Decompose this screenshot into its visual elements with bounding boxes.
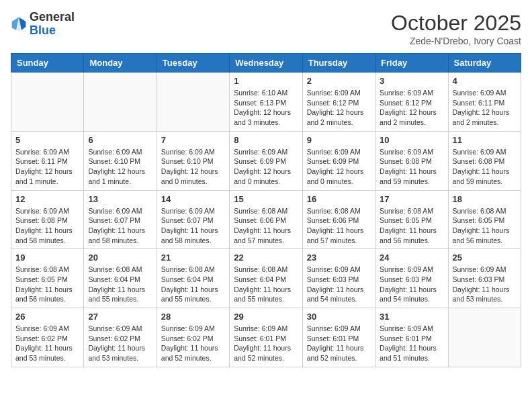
calendar-cell: 7Sunrise: 6:09 AMSunset: 6:10 PMDaylight… [157,131,229,190]
day-number: 24 [380,253,443,263]
day-info: Sunrise: 6:09 AMSunset: 6:12 PMDaylight:… [307,88,371,128]
day-info: Sunrise: 6:09 AMSunset: 6:12 PMDaylight:… [380,88,443,128]
day-number: 12 [15,194,79,204]
day-info: Sunrise: 6:08 AMSunset: 6:05 PMDaylight:… [453,206,517,246]
day-number: 10 [380,135,443,145]
calendar-cell: 3Sunrise: 6:09 AMSunset: 6:12 PMDaylight… [375,73,448,132]
day-info: Sunrise: 6:09 AMSunset: 6:02 PMDaylight:… [161,324,225,363]
day-number: 27 [88,312,152,322]
day-number: 14 [161,194,225,204]
logo-text: General Blue [30,11,75,38]
day-number: 21 [161,253,225,263]
weekday-header: Tuesday [157,54,229,73]
logo-blue: Blue [30,24,56,37]
calendar-cell: 2Sunrise: 6:09 AMSunset: 6:12 PMDaylight… [302,73,375,132]
calendar-cell: 19Sunrise: 6:08 AMSunset: 6:05 PMDayligh… [11,249,84,308]
day-info: Sunrise: 6:09 AMSunset: 6:01 PMDaylight:… [307,324,371,363]
day-number: 1 [234,76,298,86]
calendar-cell: 30Sunrise: 6:09 AMSunset: 6:01 PMDayligh… [302,308,375,367]
calendar-cell [157,73,229,132]
calendar-cell: 18Sunrise: 6:08 AMSunset: 6:05 PMDayligh… [448,190,521,249]
day-number: 23 [307,253,371,263]
calendar-cell: 5Sunrise: 6:09 AMSunset: 6:11 PMDaylight… [11,131,84,190]
calendar-week-row: 26Sunrise: 6:09 AMSunset: 6:02 PMDayligh… [11,308,521,367]
day-number: 28 [161,312,225,322]
day-info: Sunrise: 6:08 AMSunset: 6:04 PMDaylight:… [234,265,298,304]
calendar-cell: 25Sunrise: 6:09 AMSunset: 6:03 PMDayligh… [448,249,521,308]
weekday-header: Thursday [302,54,375,73]
calendar-week-row: 5Sunrise: 6:09 AMSunset: 6:11 PMDaylight… [11,131,521,190]
day-number: 8 [234,135,298,145]
page-header: General Blue October 2025 Zede-N'Drebo, … [11,11,521,46]
title-area: October 2025 Zede-N'Drebo, Ivory Coast [391,11,521,46]
day-number: 5 [15,135,79,145]
calendar-cell: 6Sunrise: 6:09 AMSunset: 6:10 PMDaylight… [84,131,157,190]
day-info: Sunrise: 6:08 AMSunset: 6:04 PMDaylight:… [161,265,225,304]
day-number: 26 [15,312,79,322]
calendar-cell [11,73,84,132]
day-number: 29 [234,312,298,322]
day-number: 17 [380,194,443,204]
day-number: 22 [234,253,298,263]
calendar-cell: 15Sunrise: 6:08 AMSunset: 6:06 PMDayligh… [230,190,302,249]
day-info: Sunrise: 6:09 AMSunset: 6:11 PMDaylight:… [15,147,79,187]
day-info: Sunrise: 6:09 AMSunset: 6:01 PMDaylight:… [380,324,443,363]
calendar-cell: 28Sunrise: 6:09 AMSunset: 6:02 PMDayligh… [157,308,229,367]
day-info: Sunrise: 6:09 AMSunset: 6:03 PMDaylight:… [453,265,517,304]
day-number: 11 [453,135,517,145]
weekday-header: Wednesday [230,54,302,73]
calendar-cell: 16Sunrise: 6:08 AMSunset: 6:06 PMDayligh… [302,190,375,249]
calendar-cell: 23Sunrise: 6:09 AMSunset: 6:03 PMDayligh… [302,249,375,308]
logo: General Blue [11,11,75,38]
calendar-cell: 31Sunrise: 6:09 AMSunset: 6:01 PMDayligh… [375,308,448,367]
day-info: Sunrise: 6:09 AMSunset: 6:02 PMDaylight:… [88,324,152,363]
day-number: 7 [161,135,225,145]
day-info: Sunrise: 6:09 AMSunset: 6:11 PMDaylight:… [453,88,517,128]
logo-general: General [30,10,75,24]
calendar-cell: 20Sunrise: 6:08 AMSunset: 6:04 PMDayligh… [84,249,157,308]
day-info: Sunrise: 6:08 AMSunset: 6:06 PMDaylight:… [234,206,298,246]
day-info: Sunrise: 6:09 AMSunset: 6:09 PMDaylight:… [307,147,371,187]
day-number: 13 [88,194,152,204]
day-info: Sunrise: 6:08 AMSunset: 6:05 PMDaylight:… [380,206,443,246]
day-info: Sunrise: 6:08 AMSunset: 6:05 PMDaylight:… [15,265,79,304]
day-info: Sunrise: 6:09 AMSunset: 6:08 PMDaylight:… [453,147,517,187]
weekday-header: Friday [375,54,448,73]
day-number: 18 [453,194,517,204]
day-number: 9 [307,135,371,145]
day-number: 25 [453,253,517,263]
calendar-cell: 27Sunrise: 6:09 AMSunset: 6:02 PMDayligh… [84,308,157,367]
day-number: 4 [453,76,517,86]
calendar-week-row: 1Sunrise: 6:10 AMSunset: 6:13 PMDaylight… [11,73,521,132]
calendar-cell: 11Sunrise: 6:09 AMSunset: 6:08 PMDayligh… [448,131,521,190]
calendar-cell: 22Sunrise: 6:08 AMSunset: 6:04 PMDayligh… [230,249,302,308]
day-number: 16 [307,194,371,204]
calendar-table: SundayMondayTuesdayWednesdayThursdayFrid… [11,53,521,367]
day-number: 31 [380,312,443,322]
day-info: Sunrise: 6:09 AMSunset: 6:07 PMDaylight:… [161,206,225,246]
month-year: October 2025 [391,11,521,36]
calendar-cell: 9Sunrise: 6:09 AMSunset: 6:09 PMDaylight… [302,131,375,190]
day-info: Sunrise: 6:09 AMSunset: 6:10 PMDaylight:… [88,147,152,187]
day-info: Sunrise: 6:09 AMSunset: 6:02 PMDaylight:… [15,324,79,363]
calendar-cell: 4Sunrise: 6:09 AMSunset: 6:11 PMDaylight… [448,73,521,132]
weekday-header-row: SundayMondayTuesdayWednesdayThursdayFrid… [11,54,521,73]
day-info: Sunrise: 6:09 AMSunset: 6:01 PMDaylight:… [234,324,298,363]
calendar-cell: 17Sunrise: 6:08 AMSunset: 6:05 PMDayligh… [375,190,448,249]
day-number: 3 [380,76,443,86]
day-info: Sunrise: 6:09 AMSunset: 6:09 PMDaylight:… [234,147,298,187]
location: Zede-N'Drebo, Ivory Coast [391,36,521,46]
calendar-cell: 1Sunrise: 6:10 AMSunset: 6:13 PMDaylight… [230,73,302,132]
calendar-cell: 21Sunrise: 6:08 AMSunset: 6:04 PMDayligh… [157,249,229,308]
calendar-week-row: 19Sunrise: 6:08 AMSunset: 6:05 PMDayligh… [11,249,521,308]
calendar-cell: 13Sunrise: 6:09 AMSunset: 6:07 PMDayligh… [84,190,157,249]
day-number: 30 [307,312,371,322]
calendar-cell: 12Sunrise: 6:09 AMSunset: 6:08 PMDayligh… [11,190,84,249]
calendar-cell [448,308,521,367]
weekday-header: Saturday [448,54,521,73]
calendar-cell: 24Sunrise: 6:09 AMSunset: 6:03 PMDayligh… [375,249,448,308]
day-info: Sunrise: 6:08 AMSunset: 6:04 PMDaylight:… [88,265,152,304]
day-info: Sunrise: 6:08 AMSunset: 6:06 PMDaylight:… [307,206,371,246]
calendar-cell: 26Sunrise: 6:09 AMSunset: 6:02 PMDayligh… [11,308,84,367]
day-info: Sunrise: 6:09 AMSunset: 6:03 PMDaylight:… [307,265,371,304]
